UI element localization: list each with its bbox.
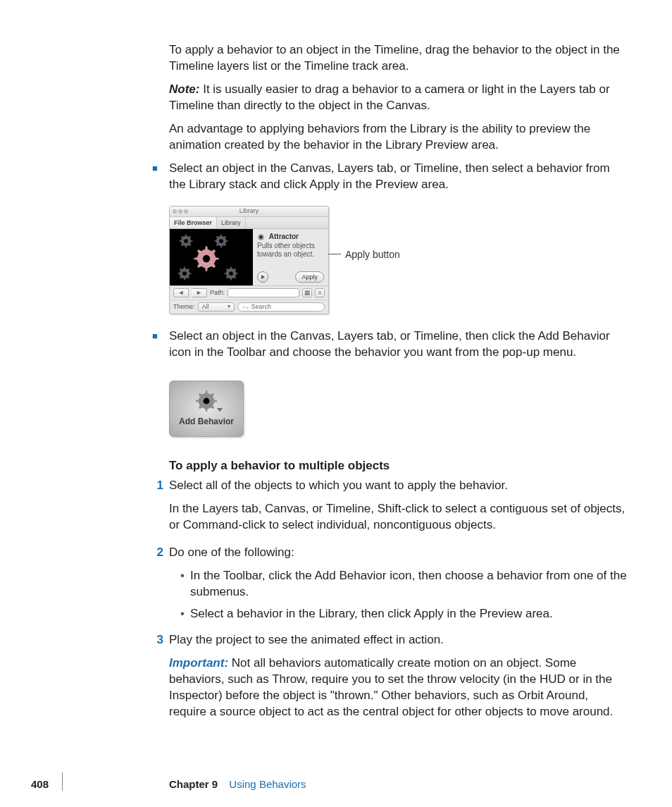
bullet-marker: •: [180, 606, 190, 622]
callout-line: [328, 254, 341, 254]
tab-file-browser[interactable]: File Browser: [170, 217, 217, 228]
library-side-panel: Attractor Pulls other objects towards an…: [253, 229, 328, 285]
theme-dropdown[interactable]: All: [198, 302, 235, 312]
footer-divider: [62, 772, 63, 791]
step-item: 2 Do one of the following: • In the Tool…: [169, 545, 627, 628]
bullet-marker: ■: [152, 161, 169, 176]
view-icon-button[interactable]: ▦: [302, 288, 312, 297]
chapter-title: Using Behaviors: [229, 778, 306, 790]
step-text: In the Layers tab, Canvas, or Timeline, …: [169, 501, 627, 534]
path-label: Path:: [210, 288, 225, 297]
library-title: Library: [239, 207, 259, 215]
gear-icon: [177, 266, 192, 281]
add-behavior-figure: Add Behavior: [169, 381, 244, 437]
path-field[interactable]: [228, 288, 299, 297]
library-panel: Library File Browser Library: [169, 206, 329, 314]
tab-library[interactable]: Library: [217, 217, 246, 228]
nav-forward-button[interactable]: ►: [192, 288, 207, 297]
step-item: 3 Play the project to see the animated e…: [169, 632, 627, 727]
sub-bullet-text: In the Toolbar, click the Add Behavior i…: [190, 568, 627, 600]
callout-label: Apply button: [345, 248, 400, 261]
apply-button[interactable]: Apply: [295, 271, 324, 283]
sub-bullet-text: Select a behavior in the Library, then c…: [190, 606, 553, 622]
step-number: 2: [152, 545, 169, 560]
bullet-item: ■ Select an object in the Canvas, Layers…: [169, 328, 627, 443]
gear-icon: [192, 245, 220, 273]
sub-bullet-item: • Select a behavior in the Library, then…: [180, 606, 627, 622]
window-controls: [173, 209, 188, 214]
play-button[interactable]: [257, 271, 268, 283]
bullet-text: Select an object in the Canvas, Layers t…: [169, 161, 627, 193]
gear-icon: [257, 233, 265, 241]
bullet-item: ■ Select an object in the Canvas, Layers…: [169, 161, 627, 324]
important-text: Not all behaviors automatically create m…: [169, 656, 613, 718]
sub-bullet-item: • In the Toolbar, click the Add Behavior…: [180, 568, 627, 600]
note-label: Note:: [169, 82, 199, 96]
section-heading: To apply a behavior to multiple objects: [169, 458, 627, 474]
theme-label: Theme:: [173, 302, 195, 311]
note-paragraph: Note: It is usually easier to drag a beh…: [169, 82, 627, 114]
search-input[interactable]: Search: [237, 302, 325, 312]
step-number: 1: [152, 478, 169, 493]
gear-icon: [178, 233, 194, 249]
page-number: 408: [31, 777, 49, 791]
step-text: Select all of the objects to which you w…: [169, 478, 627, 494]
step-text: Do one of the following:: [169, 545, 627, 561]
library-figure: Library File Browser Library: [169, 206, 627, 314]
behavior-name: Attractor: [269, 233, 299, 240]
paragraph: An advantage to applying behaviors from …: [169, 121, 627, 154]
important-label: Important:: [169, 656, 228, 670]
library-titlebar: Library: [170, 207, 328, 217]
behavior-description: Pulls other objects towards an object.: [257, 242, 324, 259]
nav-back-button[interactable]: ◄: [173, 288, 189, 297]
gear-icon: [194, 389, 218, 413]
bullet-marker: ■: [152, 328, 169, 344]
gear-icon: [223, 266, 239, 281]
document-content: To apply a behavior to an object in the …: [169, 42, 627, 727]
chapter-reference: Chapter 9 Using Behaviors: [169, 777, 306, 791]
library-preview-area: [170, 229, 253, 285]
bullet-marker: •: [180, 568, 190, 584]
chapter-number: Chapter 9: [169, 778, 218, 790]
step-item: 1 Select all of the objects to which you…: [169, 478, 627, 541]
step-number: 3: [152, 632, 169, 648]
add-behavior-label: Add Behavior: [179, 416, 234, 427]
note-text: It is usually easier to drag a behavior …: [169, 82, 610, 112]
paragraph: To apply a behavior to an object in the …: [169, 42, 627, 75]
bullet-text: Select an object in the Canvas, Layers t…: [169, 328, 627, 361]
step-text: Play the project to see the animated eff…: [169, 632, 627, 648]
important-paragraph: Important: Not all behaviors automatical…: [169, 655, 627, 720]
add-behavior-button[interactable]: Add Behavior: [169, 381, 244, 437]
view-list-button[interactable]: ≡: [315, 288, 325, 297]
